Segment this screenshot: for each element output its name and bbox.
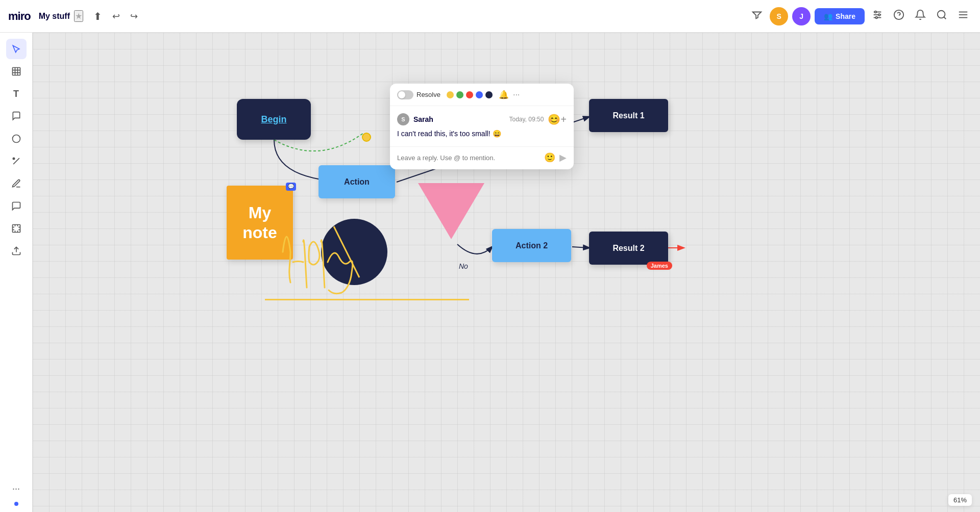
undo-button[interactable]: ↩	[108, 9, 124, 24]
result1-node[interactable]: Result 1	[589, 99, 668, 132]
action2-node[interactable]: Action 2	[492, 229, 571, 262]
comment-popup: Resolve 🔔 ··· S Sarah Today, 09:50 😊	[390, 84, 574, 169]
toggle-knob	[398, 91, 405, 98]
comment-text: I can't read this, it's too small! 😄	[397, 129, 567, 139]
svg-rect-14	[12, 68, 20, 75]
hello-handwriting	[273, 211, 446, 323]
color-dots	[447, 91, 493, 98]
color-dot-yellow[interactable]	[447, 91, 454, 98]
comment-bell-button[interactable]: 🔔	[499, 90, 509, 99]
search-button[interactable]	[933, 6, 950, 26]
action2-label: Action 2	[516, 241, 548, 250]
comment-time: Today, 09:50	[509, 116, 544, 123]
svg-point-19	[12, 135, 20, 143]
notification-dot	[14, 502, 18, 506]
svg-point-21	[13, 158, 14, 159]
svg-point-5	[878, 14, 880, 16]
table-tool[interactable]	[6, 61, 27, 82]
svg-marker-0	[753, 12, 762, 19]
share-label: Share	[836, 12, 855, 20]
share-icon: 👥	[824, 12, 832, 20]
filter-button[interactable]	[748, 6, 766, 26]
sticky-note-chat-badge: 💬	[286, 183, 296, 191]
zoom-indicator: 61%	[948, 494, 972, 506]
help-button[interactable]	[890, 6, 908, 26]
result1-label: Result 1	[612, 111, 644, 120]
resolve-toggle: Resolve	[397, 90, 440, 99]
star-button[interactable]: ★	[74, 10, 83, 22]
menu-button[interactable]	[954, 6, 972, 26]
comment-reply-area: 🙂 ▶	[390, 146, 574, 169]
color-dot-blue[interactable]	[476, 91, 483, 98]
avatar-s-button[interactable]: S	[770, 7, 788, 25]
app-logo: miro	[8, 10, 31, 23]
emoji-add-button[interactable]: 😊+	[548, 113, 567, 125]
select-tool[interactable]	[6, 39, 27, 59]
result2-label: Result 2	[612, 244, 644, 253]
sidebar-more-area: ···	[6, 478, 27, 506]
action-node[interactable]: Action	[318, 165, 395, 198]
yellow-underline	[265, 299, 469, 300]
avatar-j-button[interactable]: J	[792, 7, 811, 25]
zoom-level: 61%	[953, 496, 967, 504]
frame-tool[interactable]	[6, 218, 27, 239]
comment-body: S Sarah Today, 09:50 😊+ I can't read thi…	[390, 106, 574, 146]
pen-tool[interactable]	[6, 173, 27, 194]
comment-time-area: Today, 09:50 😊+	[509, 113, 567, 125]
color-dot-dark[interactable]	[485, 91, 493, 98]
comment-toolbar: Resolve 🔔 ···	[390, 84, 574, 106]
upload-button[interactable]: ⬆	[89, 8, 106, 24]
reply-input[interactable]	[397, 154, 540, 162]
svg-point-9	[938, 11, 945, 18]
svg-point-4	[875, 11, 877, 13]
begin-label: Begin	[261, 114, 286, 125]
more-tools-button[interactable]: ···	[6, 478, 27, 499]
left-sidebar: T	[0, 33, 33, 512]
comment-dot[interactable]	[362, 133, 371, 142]
board-title: My stuff	[39, 12, 70, 21]
board-title-area: My stuff ★	[39, 10, 83, 22]
commenter-name: Sarah	[413, 115, 433, 123]
share-button[interactable]: 👥 Share	[815, 8, 865, 24]
comment-header: S Sarah Today, 09:50 😊+	[397, 113, 567, 125]
svg-line-33	[572, 247, 589, 248]
reply-send-button[interactable]: ▶	[559, 152, 567, 163]
shape-tool[interactable]	[6, 129, 27, 149]
sticky-note-text: My note	[242, 203, 277, 242]
commenter-avatar: S	[397, 113, 409, 125]
action-label: Action	[344, 177, 370, 187]
begin-node[interactable]: Begin	[237, 99, 311, 140]
comment-tool[interactable]	[6, 196, 27, 216]
svg-line-10	[944, 17, 946, 19]
comment-more-button[interactable]: ···	[513, 90, 520, 99]
line-tool[interactable]	[6, 151, 27, 171]
import-tool[interactable]	[6, 241, 27, 261]
color-dot-green[interactable]	[456, 91, 463, 98]
resolve-label: Resolve	[416, 91, 440, 98]
resolve-toggle-switch[interactable]	[397, 90, 413, 99]
canvas[interactable]: My note 💬 Begin Action Action 2 Result 1	[33, 33, 980, 512]
bell-button[interactable]	[912, 6, 929, 26]
no-label: No	[459, 262, 468, 270]
sticky-tool[interactable]	[6, 106, 27, 126]
result2-node[interactable]: Result 2 James	[589, 232, 668, 265]
comment-user-info: S Sarah	[397, 113, 433, 125]
svg-rect-22	[12, 225, 20, 233]
settings-button[interactable]	[869, 6, 886, 26]
top-bar: miro My stuff ★ ⬆ ↩ ↪ S J 👥 Share	[0, 0, 980, 33]
reply-emoji-button[interactable]: 🙂	[544, 152, 555, 163]
topbar-right: S J 👥 Share	[748, 6, 972, 26]
svg-point-6	[875, 17, 877, 19]
text-tool[interactable]: T	[6, 84, 27, 104]
color-dot-red[interactable]	[466, 91, 473, 98]
redo-button[interactable]: ↪	[126, 9, 142, 24]
james-badge: James	[647, 262, 672, 270]
